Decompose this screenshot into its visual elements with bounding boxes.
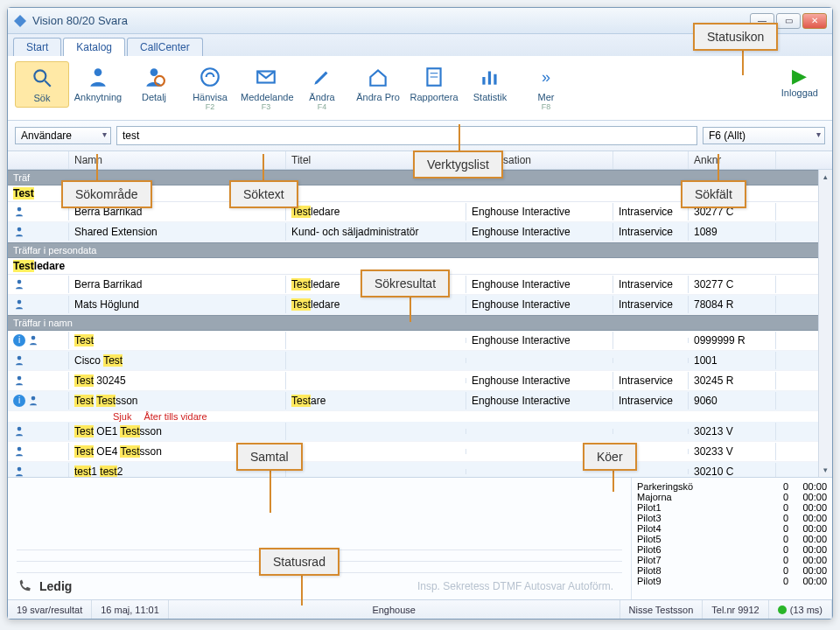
- cell-name: Mats Höglund: [69, 296, 286, 313]
- cell-title: [286, 378, 466, 383]
- toolbar-hanvisa[interactable]: HänvisaF2: [183, 61, 237, 115]
- callout-samtal: Samtal: [236, 443, 303, 471]
- cell-ansvar: Intraservice: [613, 276, 689, 293]
- toolbar-sok[interactable]: Sök: [15, 61, 69, 108]
- result-row[interactable]: Test OE1 Testsson 30213 V: [8, 422, 818, 442]
- window-title: Vision 80/20 Svara: [32, 14, 750, 27]
- result-row[interactable]: Mats Höglund Testledare Enghouse Interac…: [8, 295, 818, 315]
- col-ansvar[interactable]: [613, 151, 689, 169]
- queue-pane: Parkeringskö000:00Majorna000:00Pilot1000…: [631, 478, 832, 599]
- queue-row[interactable]: Pilot4000:00: [637, 523, 827, 534]
- result-row[interactable]: Test OE4 Testsson 30233 V: [8, 442, 818, 462]
- search-filter-combo[interactable]: F6 (Allt): [703, 127, 825, 144]
- callout-statusrad: Statusrad: [259, 548, 340, 576]
- cell-org: Enghouse Interactive: [466, 372, 613, 389]
- callout-sokomrade: Sökområde: [61, 180, 152, 208]
- cell-title: [286, 338, 466, 343]
- cell-title: Testledare: [286, 203, 466, 220]
- vertical-scrollbar[interactable]: ▴▾: [818, 170, 832, 477]
- chart-icon: [478, 65, 502, 89]
- close-button[interactable]: ✕: [802, 13, 827, 29]
- queue-row[interactable]: Pilot6000:00: [637, 544, 827, 555]
- cell-title: [286, 358, 466, 363]
- svg-point-23: [18, 447, 22, 452]
- svg-line-2: [45, 80, 51, 87]
- cell-name: Test Testsson: [69, 392, 286, 410]
- result-row[interactable]: Test 30245 Enghouse Interactive Intraser…: [8, 371, 818, 391]
- queue-row[interactable]: Pilot8000:00: [637, 565, 827, 576]
- status-note: SjukÅter tills vidare: [8, 411, 818, 422]
- svg-point-16: [18, 280, 22, 284]
- cell-ankn: 30213 V: [689, 423, 776, 440]
- queue-row[interactable]: Pilot7000:00: [637, 555, 827, 565]
- cell-title: [286, 449, 466, 454]
- svg-point-15: [18, 228, 22, 232]
- svg-point-18: [32, 336, 36, 340]
- cell-name: Test: [69, 332, 286, 349]
- call-state: Ledig: [39, 579, 72, 593]
- result-row[interactable]: i Test Testsson Testare Enghouse Interac…: [8, 391, 818, 411]
- svg-point-14: [18, 207, 22, 212]
- toolbar-andrapro[interactable]: Ändra Pro: [351, 61, 405, 106]
- toolbar-detalj[interactable]: Detalj: [127, 61, 181, 106]
- toolbar-rapportera[interactable]: Rapportera: [407, 61, 461, 106]
- cell-org: Enghouse Interactive: [466, 296, 613, 313]
- group-header: Träffar i persondata: [8, 242, 818, 258]
- cell-name: Berra Barrikad: [69, 276, 286, 293]
- status-datetime: 16 maj, 11:01: [92, 600, 169, 619]
- svg-rect-11: [482, 77, 485, 85]
- callout-sokresultat: Sökresultat: [360, 270, 450, 298]
- cell-ansvar: [613, 338, 689, 343]
- tab-katalog[interactable]: Katalog: [63, 38, 125, 56]
- result-row[interactable]: i Test Enghouse Interactive 0999999 R: [8, 331, 818, 351]
- queue-row[interactable]: Pilot1000:00: [637, 502, 827, 513]
- cell-ansvar: Intraservice: [613, 296, 689, 313]
- callout-verktygslist: Verktygslist: [413, 150, 503, 178]
- cell-ankn: 1089: [689, 223, 776, 241]
- col-ankn[interactable]: Anknr: [689, 151, 776, 169]
- tab-callcenter[interactable]: CallCenter: [127, 38, 203, 56]
- more-icon: »: [534, 65, 558, 89]
- app-icon: [13, 14, 27, 28]
- pencil-icon: [310, 65, 334, 89]
- queue-row[interactable]: Majorna000:00: [637, 492, 827, 502]
- svg-point-24: [18, 467, 22, 472]
- info-icon: i: [13, 334, 25, 346]
- search-input[interactable]: [116, 126, 697, 145]
- home-icon: [366, 65, 390, 89]
- toolbar-andra[interactable]: ÄndraF4: [295, 61, 349, 115]
- cell-title: [286, 429, 466, 434]
- svg-point-22: [18, 427, 22, 431]
- toolbar-meddelande[interactable]: MeddelandeF3: [239, 61, 293, 115]
- toolbar-anknytning[interactable]: Anknytning: [71, 61, 125, 106]
- cell-title: Kund- och säljadministratör: [286, 223, 466, 241]
- cell-org: Enghouse Interactive: [466, 392, 613, 410]
- queue-row[interactable]: Pilot3000:00: [637, 513, 827, 523]
- tab-start[interactable]: Start: [13, 38, 61, 56]
- search-row: Användare F6 (Allt): [8, 121, 832, 151]
- callout-koer: Köer: [583, 443, 637, 471]
- queue-row[interactable]: Parkeringskö000:00: [637, 481, 827, 492]
- col-namn[interactable]: Namn: [69, 151, 286, 169]
- status-tel: Tel.nr 9912: [703, 600, 768, 619]
- cell-ansvar: Intraservice: [613, 392, 689, 410]
- results-grid: TräfTest Berra Barrikad Testledare Engho…: [8, 170, 818, 477]
- cell-org: [466, 358, 613, 363]
- cell-title: Testare: [286, 392, 466, 410]
- search-scope-combo[interactable]: Användare: [15, 127, 111, 144]
- toolbar: Sök Anknytning Detalj HänvisaF2 Meddelan…: [8, 56, 832, 121]
- queue-row[interactable]: Pilot5000:00: [637, 534, 827, 544]
- queue-row[interactable]: Pilot9000:00: [637, 576, 827, 586]
- toolbar-mer[interactable]: » MerF8: [519, 61, 573, 115]
- result-row[interactable]: test1 test2 30210 C: [8, 462, 818, 477]
- result-row[interactable]: Cisco Test 1001: [8, 351, 818, 371]
- maximize-button[interactable]: ▭: [776, 13, 801, 29]
- result-row[interactable]: Shared Extension Kund- och säljadministr…: [8, 222, 818, 242]
- cell-ansvar: Intraservice: [613, 372, 689, 389]
- callout-soktext: Söktext: [229, 180, 298, 208]
- cell-title: Testledare: [286, 296, 466, 313]
- toolbar-statistik[interactable]: Statistik: [463, 61, 517, 106]
- search-icon: [30, 66, 54, 90]
- play-icon: ▶: [781, 65, 818, 88]
- statusbar: 19 svar/resultat 16 maj, 11:01 Enghouse …: [8, 599, 832, 619]
